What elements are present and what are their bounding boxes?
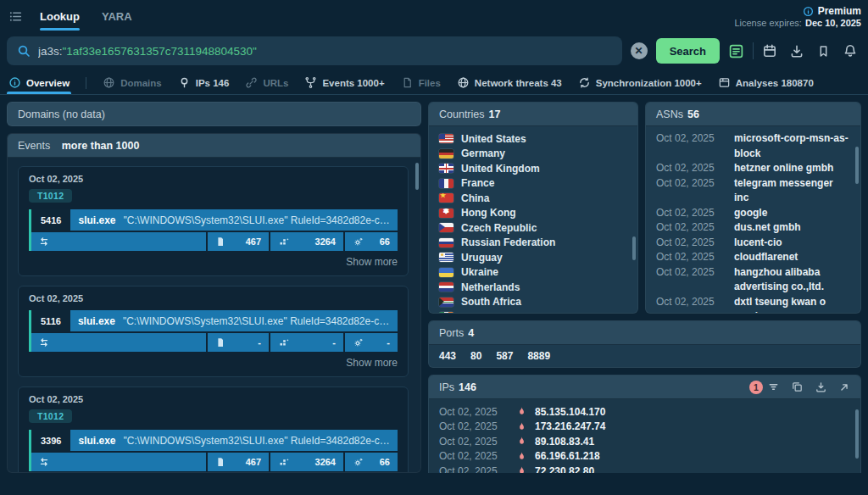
tab-network-threats[interactable]: Network threats 43: [457, 71, 562, 94]
flame-icon: [516, 436, 527, 447]
mitre-tag[interactable]: T1012: [29, 189, 72, 203]
toolbar-icons: [762, 43, 861, 58]
countries-panel: Countries17 United States Germany United…: [428, 102, 638, 314]
list-item[interactable]: Oct 02, 2025173.216.247.74: [439, 420, 850, 435]
process-row[interactable]: 3396 slui.exe "C:\WINDOWS\System32\SLUI.…: [29, 430, 398, 471]
modules-grid-icon: [278, 337, 289, 348]
list-item[interactable]: Oct 02, 2025telegram messenger inc: [656, 176, 850, 206]
events-panel-header: Events more than 1000: [8, 134, 420, 158]
files-count-chip[interactable]: 467: [208, 453, 269, 471]
gear-count-chip[interactable]: -: [345, 333, 398, 352]
list-item[interactable]: Oct 02, 202589.108.83.41: [439, 434, 850, 449]
list-item[interactable]: Netherlands: [439, 280, 627, 295]
list-item[interactable]: Oct 02, 2025cloudflarenet: [656, 250, 850, 265]
events-list: Oct 02, 2025 T1012 5416 slui.exe "C:\WIN…: [8, 158, 420, 472]
query-builder-icon[interactable]: [728, 43, 744, 59]
list-item[interactable]: Oct 02, 2025lucent-cio: [656, 236, 850, 251]
files-count-chip[interactable]: -: [208, 333, 269, 352]
result-tabs: Overview Domains IPs 146 URLs Events 100…: [0, 71, 868, 95]
list-item[interactable]: France: [439, 176, 627, 192]
topbar: Lookup YARA Premium License expires:Dec …: [0, 0, 868, 32]
list-item[interactable]: Ireland: [439, 309, 627, 313]
download-icon[interactable]: [789, 43, 804, 58]
list-item[interactable]: South Africa: [439, 295, 627, 310]
copy-icon[interactable]: [791, 381, 804, 393]
port-value[interactable]: 443: [439, 350, 456, 362]
list-item[interactable]: Oct 02, 202585.135.104.170: [439, 404, 850, 420]
show-more-link[interactable]: Show more: [29, 256, 398, 268]
list-item[interactable]: United States: [439, 131, 627, 147]
process-command: "C:\WINDOWS\System32\SLUI.exe" RuleId=34…: [124, 214, 398, 226]
tab-yara[interactable]: YARA: [102, 0, 132, 32]
processes-count-chip[interactable]: 3264: [270, 232, 343, 251]
list-item[interactable]: Uruguay: [439, 250, 627, 265]
info-icon: [803, 6, 814, 17]
countries-panel-header: Countries17: [429, 103, 637, 126]
list-item[interactable]: Oct 02, 202572.230.82.80: [439, 464, 850, 473]
processes-count-chip[interactable]: -: [270, 333, 343, 352]
tab-lookup[interactable]: Lookup: [40, 0, 80, 32]
flame-icon: [516, 421, 527, 432]
events-panel: Events more than 1000 Oct 02, 2025 T1012…: [7, 133, 421, 473]
ips-scrollbar[interactable]: [855, 409, 859, 459]
files-count-chip[interactable]: 467: [208, 232, 269, 251]
bookmark-icon[interactable]: [816, 44, 831, 58]
process-row[interactable]: 5116 slui.exe "C:\WINDOWS\System32\SLUI.…: [29, 310, 398, 352]
map-pin-icon: [178, 76, 191, 89]
list-item[interactable]: China: [439, 191, 627, 206]
list-item[interactable]: Hong Kong: [439, 206, 627, 221]
asns-scrollbar[interactable]: [855, 147, 859, 184]
mitre-tag[interactable]: T1012: [29, 409, 72, 423]
port-value[interactable]: 80: [470, 350, 481, 362]
list-item[interactable]: Germany: [439, 147, 627, 162]
tab-urls[interactable]: URLs: [245, 71, 288, 94]
list-item[interactable]: Oct 02, 2025hangzhou alibaba advertising…: [656, 265, 850, 295]
list-item[interactable]: Oct 02, 2025dus.net gmbh: [656, 220, 850, 236]
export-download-icon[interactable]: [815, 381, 827, 393]
license-label: License expires:: [734, 18, 802, 28]
globe-icon: [103, 76, 115, 89]
list-item[interactable]: Oct 02, 2025google: [656, 206, 850, 221]
list-item[interactable]: United Kingdom: [439, 161, 627, 176]
modules-grid-icon: [278, 236, 289, 248]
show-more-link[interactable]: Show more: [29, 357, 398, 369]
list-item[interactable]: Russian Federation: [439, 236, 627, 251]
list-item[interactable]: Czech Republic: [439, 220, 627, 236]
app-tabs: Lookup YARA: [40, 0, 132, 32]
list-item[interactable]: Oct 02, 202566.196.61.218: [439, 449, 850, 464]
search-input[interactable]: ja3s:"1af33e1657631357c7311948804530": [7, 36, 622, 65]
processes-count-chip[interactable]: 3264: [270, 453, 343, 471]
domains-panel: Domains (no data): [7, 102, 421, 126]
search-icon: [17, 44, 31, 58]
tab-ips[interactable]: IPs 146: [178, 71, 230, 94]
list-item[interactable]: Ukraine: [439, 265, 627, 281]
countries-scrollbar[interactable]: [632, 236, 636, 260]
port-value[interactable]: 8889: [527, 350, 550, 362]
tab-analyses[interactable]: Analyses 180870: [718, 71, 814, 94]
list-item[interactable]: Oct 02, 2025hetzner online gmbh: [656, 161, 850, 176]
open-external-icon[interactable]: [838, 381, 850, 393]
tab-files[interactable]: Files: [401, 71, 441, 94]
list-item[interactable]: Oct 02, 2025microsoft-corp-msn-as-block: [656, 131, 850, 161]
bell-icon[interactable]: [843, 43, 858, 58]
port-value[interactable]: 587: [496, 350, 513, 362]
process-row[interactable]: 5416 slui.exe "C:\WINDOWS\System32\SLUI.…: [29, 209, 398, 251]
gear-count-chip[interactable]: 66: [345, 453, 398, 471]
flag-ie-icon: [439, 312, 453, 313]
events-scrollbar[interactable]: [415, 163, 419, 190]
gear-count-chip[interactable]: 66: [345, 232, 398, 251]
filter-icon[interactable]: [767, 381, 780, 393]
ips-list: Oct 02, 202585.135.104.170 Oct 02, 20251…: [429, 399, 860, 473]
menu-list-icon[interactable]: [8, 9, 23, 24]
event-card: Oct 02, 2025 T1012 3396 slui.exe "C:\WIN…: [18, 387, 409, 472]
list-item[interactable]: Oct 02, 2025dxtl tseung kwan o service: [656, 295, 850, 314]
flag-za-icon: [439, 298, 453, 307]
tab-domains[interactable]: Domains: [103, 71, 162, 94]
calendar-icon[interactable]: [762, 43, 777, 58]
tab-synchronization[interactable]: Synchronization 1000+: [578, 71, 702, 94]
tab-events[interactable]: Events 1000+: [304, 71, 384, 94]
search-button[interactable]: Search: [656, 38, 720, 64]
plan-badge: Premium: [818, 5, 861, 18]
tab-overview[interactable]: Overview: [8, 71, 70, 94]
clear-search-icon[interactable]: ✕: [631, 42, 648, 59]
